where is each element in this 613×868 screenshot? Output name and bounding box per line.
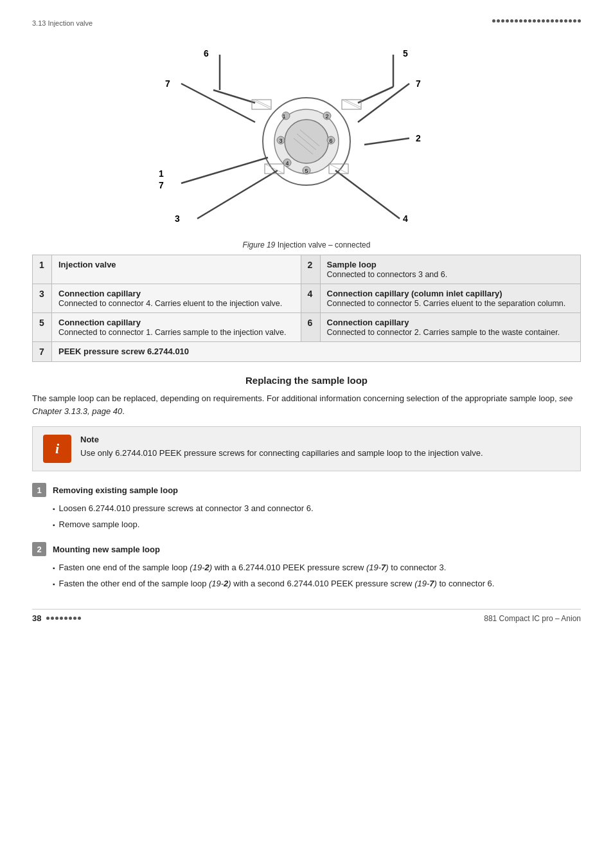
svg-line-42: [345, 100, 361, 107]
note-content: Note Use only 6.2744.010 PEEK pressure s…: [80, 435, 483, 460]
page-footer: 38 881 Compact IC pro – Anion: [32, 609, 581, 623]
svg-text:7: 7: [165, 78, 170, 89]
step-header: 1 Removing existing sample loop: [32, 483, 581, 497]
part-description: Connection capillary Connected to connec…: [52, 313, 301, 342]
step-1: 1 Removing existing sample loop Loosen 6…: [32, 483, 581, 530]
svg-line-15: [364, 138, 409, 145]
svg-text:2: 2: [325, 113, 328, 120]
svg-line-10: [213, 90, 255, 103]
table-row: 7 PEEK pressure screw 6.2744.010: [33, 342, 581, 362]
svg-line-13: [181, 84, 255, 122]
note-icon: i: [43, 435, 71, 463]
table-row: 5 Connection capillary Connected to conn…: [33, 313, 581, 342]
svg-text:2: 2: [416, 133, 421, 143]
svg-text:7: 7: [416, 78, 421, 89]
svg-line-34: [181, 158, 268, 183]
svg-line-36: [335, 170, 400, 219]
svg-text:6: 6: [204, 48, 209, 59]
page-number: 38: [32, 613, 41, 623]
part-number: 4: [301, 284, 320, 313]
table-row: 1 Injection valve 2 Sample loop Connecte…: [33, 255, 581, 284]
svg-line-41: [342, 100, 361, 109]
list-item: Remove sample loop.: [53, 518, 581, 531]
footer-decoration: [46, 617, 81, 620]
part-number: 3: [33, 284, 52, 313]
footer-title: 881 Compact IC pro – Anion: [484, 614, 581, 623]
svg-text:4: 4: [403, 213, 408, 224]
svg-text:4: 4: [285, 160, 289, 167]
step-number: 1: [32, 483, 46, 497]
part-number: 5: [33, 313, 52, 342]
figure-caption: Figure 19 Injection valve – connected: [243, 240, 371, 249]
part-number: 2: [301, 255, 320, 284]
page-header: 3.13 Injection valve: [32, 19, 581, 27]
table-row: 3 Connection capillary Connected to conn…: [33, 284, 581, 313]
section-body-text: The sample loop can be replaced, dependi…: [32, 392, 581, 417]
note-box: i Note Use only 6.2744.010 PEEK pressure…: [32, 426, 581, 471]
svg-line-14: [358, 84, 409, 122]
step-2: 2 Mounting new sample loop Fasten one en…: [32, 542, 581, 590]
note-text: Use only 6.2744.010 PEEK pressure screws…: [80, 447, 483, 460]
parts-table: 1 Injection valve 2 Sample loop Connecte…: [32, 255, 581, 362]
part-description: Connection capillary Connected to connec…: [320, 313, 580, 342]
part-description: Connection capillary (column inlet capil…: [320, 284, 580, 313]
step-title: Removing existing sample loop: [53, 485, 178, 495]
part-description: Sample loop Connected to connectors 3 an…: [320, 255, 580, 284]
svg-line-35: [197, 170, 278, 219]
step-bullets: Loosen 6.2744.010 pressure screws at con…: [32, 502, 581, 530]
part-description: Injection valve: [52, 255, 301, 284]
figure-area: 6 5 7 7 2 1 7 3 4: [32, 39, 581, 249]
svg-text:1: 1: [282, 113, 285, 120]
note-title: Note: [80, 435, 483, 444]
part-description: PEEK pressure screw 6.2744.010: [52, 342, 581, 362]
svg-line-38: [252, 100, 271, 109]
svg-line-39: [255, 100, 271, 107]
svg-text:3: 3: [279, 138, 282, 144]
figure-svg: 6 5 7 7 2 1 7 3 4: [127, 39, 486, 238]
header-decoration: [492, 19, 581, 23]
step-header: 2 Mounting new sample loop: [32, 542, 581, 556]
section-label: 3.13 Injection valve: [32, 19, 93, 27]
step-number: 2: [32, 542, 46, 556]
svg-text:5: 5: [305, 168, 308, 174]
svg-text:6: 6: [329, 138, 332, 144]
svg-text:3: 3: [175, 213, 180, 224]
svg-text:7: 7: [159, 180, 164, 190]
part-number: 1: [33, 255, 52, 284]
part-number: 6: [301, 313, 320, 342]
svg-text:1: 1: [159, 168, 164, 179]
step-title: Mounting new sample loop: [53, 545, 160, 554]
list-item: Loosen 6.2744.010 pressure screws at con…: [53, 502, 581, 515]
part-number: 7: [33, 342, 52, 362]
section-heading: Replacing the sample loop: [32, 375, 581, 386]
step-bullets: Fasten one end of the sample loop (19-2)…: [32, 561, 581, 590]
list-item: Fasten the other end of the sample loop …: [53, 577, 581, 590]
part-description: Connection capillary Connected to connec…: [52, 284, 301, 313]
svg-text:5: 5: [403, 48, 408, 59]
list-item: Fasten one end of the sample loop (19-2)…: [53, 561, 581, 574]
